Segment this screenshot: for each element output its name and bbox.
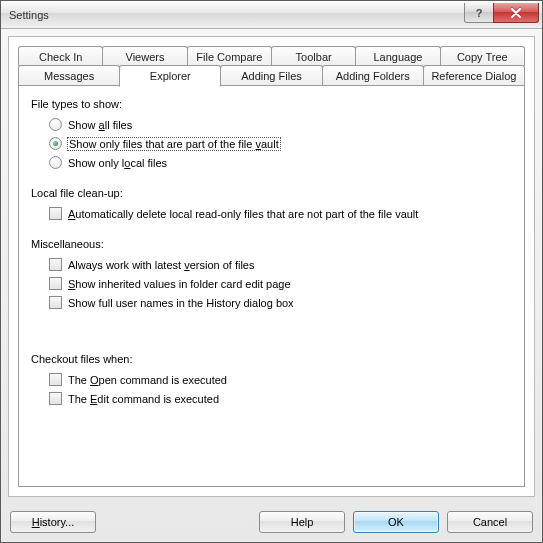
tab-reference-dialog[interactable]: Reference Dialog [423, 65, 525, 85]
checkbox-icon [49, 277, 62, 290]
titlebar: Settings ? [1, 1, 542, 29]
checkbox-icon [49, 296, 62, 309]
button-label: History... [32, 516, 75, 528]
tab-language[interactable]: Language [355, 46, 440, 66]
close-icon [510, 8, 522, 18]
checkbox-label: Show inherited values in folder card edi… [68, 278, 291, 290]
radio-label: Show all files [68, 119, 132, 131]
checkbox-label: The Open command is executed [68, 374, 227, 386]
group-label-file-types: File types to show: [31, 98, 512, 110]
titlebar-help-button[interactable]: ? [464, 3, 494, 23]
radio-show-vault-files[interactable]: Show only files that are part of the fil… [49, 135, 512, 152]
tab-copy-tree[interactable]: Copy Tree [440, 46, 525, 66]
checkbox-icon [49, 373, 62, 386]
tab-adding-folders[interactable]: Adding Folders [322, 65, 424, 85]
button-label: OK [388, 516, 404, 528]
button-label: Cancel [473, 516, 507, 528]
tab-toolbar[interactable]: Toolbar [271, 46, 356, 66]
checkbox-checkout-open[interactable]: The Open command is executed [49, 371, 512, 388]
group-label-misc: Miscellaneous: [31, 238, 512, 250]
titlebar-close-button[interactable] [493, 3, 539, 23]
radio-label: Show only files that are part of the fil… [68, 138, 280, 150]
button-label: Help [291, 516, 314, 528]
group-label-cleanup: Local file clean-up: [31, 187, 512, 199]
group-cleanup: Local file clean-up: Automatically delet… [31, 187, 512, 222]
checkbox-label: Show full user names in the History dial… [68, 297, 294, 309]
checkbox-latest-version[interactable]: Always work with latest version of files [49, 256, 512, 273]
radio-icon [49, 156, 62, 169]
radio-icon [49, 118, 62, 131]
checkbox-icon [49, 258, 62, 271]
group-file-types: File types to show: Show all files Show … [31, 98, 512, 171]
help-button[interactable]: Help [259, 511, 345, 533]
tab-messages[interactable]: Messages [18, 65, 120, 85]
dialog-body: Check In Viewers File Compare Toolbar La… [8, 36, 535, 497]
radio-show-all-files[interactable]: Show all files [49, 116, 512, 133]
checkbox-label: Automatically delete local read-only fil… [68, 208, 418, 220]
group-checkout: Checkout files when: The Open command is… [31, 353, 512, 407]
history-button[interactable]: History... [10, 511, 96, 533]
tab-explorer[interactable]: Explorer [119, 65, 221, 87]
checkbox-icon [49, 392, 62, 405]
settings-window: Settings ? Check In Viewers File Compare… [0, 0, 543, 543]
checkbox-label: Always work with latest version of files [68, 259, 254, 271]
checkbox-label: The Edit command is executed [68, 393, 219, 405]
tab-panel-explorer: File types to show: Show all files Show … [18, 85, 525, 487]
checkbox-inherited-values[interactable]: Show inherited values in folder card edi… [49, 275, 512, 292]
ok-button[interactable]: OK [353, 511, 439, 533]
tab-adding-files[interactable]: Adding Files [220, 65, 322, 85]
window-title: Settings [9, 9, 464, 21]
help-icon: ? [476, 7, 483, 19]
tab-check-in[interactable]: Check In [18, 46, 103, 66]
checkbox-auto-delete[interactable]: Automatically delete local read-only fil… [49, 205, 512, 222]
radio-show-local-files[interactable]: Show only local files [49, 154, 512, 171]
radio-label: Show only local files [68, 157, 167, 169]
checkbox-icon [49, 207, 62, 220]
tabstrip: Check In Viewers File Compare Toolbar La… [18, 46, 525, 86]
tab-viewers[interactable]: Viewers [102, 46, 187, 66]
radio-icon [49, 137, 62, 150]
cancel-button[interactable]: Cancel [447, 511, 533, 533]
tab-file-compare[interactable]: File Compare [187, 46, 272, 66]
group-misc: Miscellaneous: Always work with latest v… [31, 238, 512, 311]
dialog-footer: History... Help OK Cancel [1, 504, 542, 542]
group-label-checkout: Checkout files when: [31, 353, 512, 365]
checkbox-checkout-edit[interactable]: The Edit command is executed [49, 390, 512, 407]
checkbox-full-usernames[interactable]: Show full user names in the History dial… [49, 294, 512, 311]
